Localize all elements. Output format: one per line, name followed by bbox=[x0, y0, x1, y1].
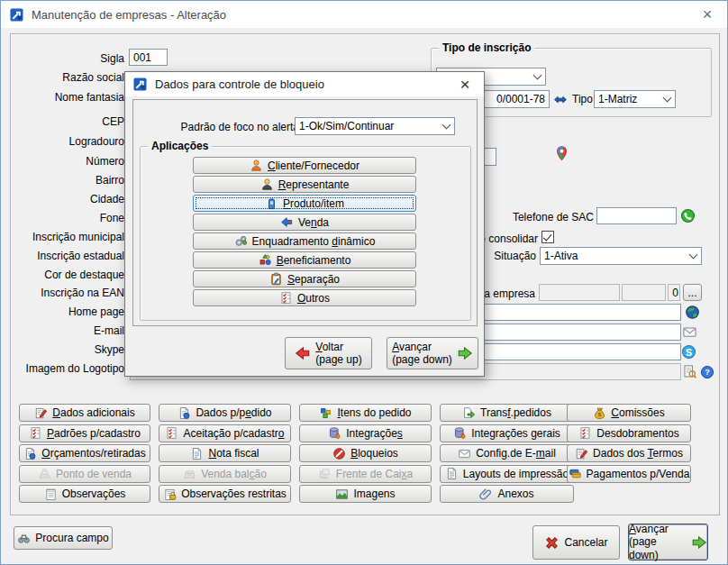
enquadramento-dinamico-label: Enquadramento dinâmico bbox=[252, 235, 376, 248]
situacao-dropdown[interactable]: 1-Ativa bbox=[540, 247, 702, 265]
gears-icon bbox=[234, 234, 248, 248]
enquadramento-dinamico-button[interactable]: Enquadramento dinâmico bbox=[193, 232, 416, 250]
representante-label: Representante bbox=[278, 178, 350, 191]
form-label-sigla: Sigla bbox=[1, 52, 124, 65]
cliente-fornecedor-button[interactable]: Cliente/Fornecedor bbox=[193, 157, 416, 174]
cancelar-button[interactable]: Cancelar bbox=[532, 525, 620, 560]
desdobramentos-label: Desdobramentos bbox=[596, 427, 678, 440]
voltar-button[interactable]: Voltar (page up) bbox=[285, 337, 372, 369]
aceitacao-p-cadastro-button[interactable]: Aceitação p/cadastro bbox=[159, 424, 291, 442]
globe-icon[interactable] bbox=[685, 305, 700, 320]
focus-default-dropdown[interactable]: 1-Ok/Sim/Continuar bbox=[295, 117, 455, 135]
pos-icon bbox=[38, 467, 51, 480]
dialog-close-button[interactable]: × bbox=[454, 75, 476, 95]
form-label-inscricao-estadual: Inscrição estadual bbox=[1, 250, 124, 262]
beneficiamento-label: Beneficiamento bbox=[277, 254, 351, 267]
form-label-nome-fantasia: Nome fantasia bbox=[1, 91, 124, 104]
database-icon bbox=[453, 426, 467, 440]
focus-default-dropdown-value: 1-Ok/Sim/Continuar bbox=[299, 120, 438, 132]
imagens-button[interactable]: Imagens bbox=[299, 485, 432, 503]
observacoes-button[interactable]: Observações bbox=[19, 485, 150, 503]
config-de-e-mail-button[interactable]: Config.de E-mail bbox=[440, 444, 574, 462]
form-label-cor-de-destaque: Cor de destaque bbox=[1, 269, 124, 281]
observacoes-restritas-button[interactable]: Observações restritas bbox=[159, 485, 291, 503]
frente-de-caixa-button: Frente de Caixa bbox=[299, 465, 432, 483]
bloqueios-button[interactable]: Bloqueios bbox=[299, 444, 432, 462]
consolidar-checkbox[interactable] bbox=[541, 231, 554, 243]
mail-icon[interactable] bbox=[682, 324, 697, 340]
checklist-icon bbox=[279, 291, 293, 305]
doc-transfer-icon bbox=[462, 406, 476, 420]
window-title: Manutenção de empresas - Alteração bbox=[32, 8, 226, 22]
config-de-e-mail-label: Config.de E-mail bbox=[476, 447, 556, 460]
anexos-button[interactable]: Anexos bbox=[440, 485, 574, 503]
venda-label: Venda bbox=[298, 216, 329, 229]
whatsapp-icon[interactable] bbox=[680, 208, 696, 223]
form-label-razao-social: Razão social bbox=[1, 71, 124, 84]
pagamentos-p-venda-label: Pagamentos p/Venda bbox=[587, 468, 690, 480]
window-close-button[interactable]: × bbox=[696, 5, 718, 24]
doc-blue-icon bbox=[23, 447, 37, 460]
avancar-dialog-button[interactable]: Avançar (page down) bbox=[387, 337, 478, 369]
orcamentos-retiradas-label: Orçamentos/retiradas bbox=[41, 447, 145, 460]
voltar-sublabel: (page up) bbox=[315, 353, 361, 366]
representante-button[interactable]: Representante bbox=[193, 176, 416, 193]
comissoes-button[interactable]: $Comissões bbox=[567, 404, 691, 422]
arrow-right-icon bbox=[691, 534, 707, 551]
link-icon[interactable] bbox=[553, 92, 568, 106]
sac-input[interactable] bbox=[596, 207, 677, 224]
layouts-de-impressao-label: Layouts de impressão bbox=[463, 468, 569, 480]
form-label-fone: Fone bbox=[1, 212, 124, 224]
layouts-de-impressao-button[interactable]: Layouts de impressão bbox=[440, 465, 574, 483]
app-window: Manutenção de empresas - Alteração × Sig… bbox=[0, 0, 728, 565]
produto-item-button[interactable]: Produto/item bbox=[193, 195, 416, 212]
skype-icon[interactable]: S bbox=[681, 344, 696, 360]
form-label-skype: Skype bbox=[1, 343, 124, 356]
pagamentos-p-venda-button[interactable]: Pagamentos p/Venda bbox=[567, 465, 691, 483]
aplicacoes-group-label: Aplicações bbox=[148, 140, 212, 152]
orcamentos-retiradas-button[interactable]: Orçamentos/retiradas bbox=[19, 444, 150, 462]
dados-dos-termos-button[interactable]: Dados dos Termos bbox=[567, 444, 691, 462]
help-icon[interactable]: ? bbox=[700, 365, 714, 379]
image-icon bbox=[335, 488, 349, 501]
procura-campo-button[interactable]: Procura campo bbox=[14, 526, 113, 550]
dados-adicionais-button[interactable]: Dados adicionais bbox=[19, 404, 150, 422]
nota-fiscal-button[interactable]: Nota fiscal bbox=[159, 444, 291, 462]
focus-default-label: Padrão de foco no alerta bbox=[179, 121, 299, 133]
window-titlebar: Manutenção de empresas - Alteração × bbox=[1, 1, 727, 28]
imagens-label: Imagens bbox=[353, 488, 395, 500]
beneficiamento-button[interactable]: Beneficiamento bbox=[193, 251, 416, 269]
itens-do-pedido-button[interactable]: Itens do pedido bbox=[299, 404, 432, 422]
transf-pedidos-button[interactable]: Transf.pedidos bbox=[440, 404, 574, 422]
sac-label: Telefone de SAC bbox=[505, 211, 594, 223]
form-label-numero: Número bbox=[1, 155, 124, 168]
separacao-button[interactable]: Separação bbox=[193, 270, 416, 287]
venda-button[interactable]: Venda bbox=[193, 214, 416, 231]
padroes-p-cadastro-button[interactable]: Padrões p/cadastro bbox=[19, 424, 150, 442]
sigla-input[interactable] bbox=[129, 49, 168, 66]
outros-button[interactable]: Outros bbox=[193, 289, 416, 306]
dados-p-pedido-button[interactable]: Dados p/pedido bbox=[159, 404, 291, 422]
doc-search-icon[interactable] bbox=[682, 364, 697, 379]
desdobramentos-button[interactable]: Desdobramentos bbox=[567, 424, 691, 442]
application-buttons: Cliente/FornecedorRepresentanteProduto/i… bbox=[193, 157, 416, 306]
grid-column-4: Transf.pedidosIntegrações geraisConfig.d… bbox=[440, 404, 574, 503]
dados-p-pedido-label: Dados p/pedido bbox=[196, 406, 271, 419]
clipboard-pencil-icon bbox=[269, 272, 283, 286]
tipo-dropdown[interactable]: 1-Matriz bbox=[594, 90, 676, 108]
form-label-cidade: Cidade bbox=[1, 193, 124, 205]
empresa-more-button[interactable]: ... bbox=[683, 284, 702, 301]
frente-de-caixa-label: Frente de Caixa bbox=[336, 468, 413, 480]
checklist-icon bbox=[29, 426, 42, 440]
integracoes-button[interactable]: Integrações bbox=[299, 424, 432, 442]
notepad-icon bbox=[44, 488, 58, 501]
cancelar-label: Cancelar bbox=[564, 536, 607, 549]
app-logo-icon bbox=[133, 77, 147, 91]
cliente-fornecedor-label: Cliente/Fornecedor bbox=[268, 159, 359, 172]
grid-column-5: $ComissõesDesdobramentosDados dos Termos… bbox=[567, 404, 691, 483]
integracoes-gerais-button[interactable]: Integrações gerais bbox=[440, 424, 574, 442]
dialog-title: Dados para controle de bloqueio bbox=[155, 77, 324, 91]
dados-adicionais-label: Dados adicionais bbox=[52, 406, 134, 419]
avancar-main-button[interactable]: Avançar (page down) bbox=[628, 524, 708, 560]
map-pin-icon[interactable] bbox=[554, 144, 569, 162]
